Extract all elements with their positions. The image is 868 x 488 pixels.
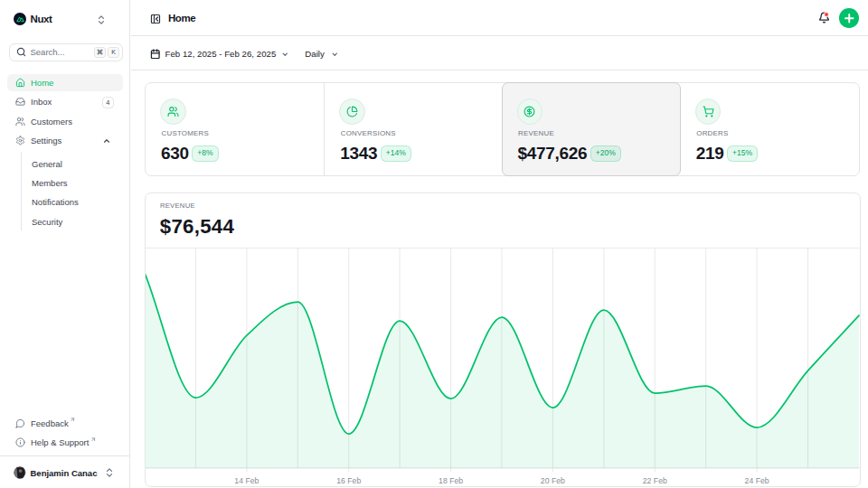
svg-text:18 Feb: 18 Feb	[439, 476, 463, 485]
svg-text:16 Feb: 16 Feb	[336, 476, 361, 485]
svg-text:22 Feb: 22 Feb	[643, 476, 667, 485]
svg-text:24 Feb: 24 Feb	[745, 476, 769, 485]
svg-text:14 Feb: 14 Feb	[234, 476, 259, 485]
svg-text:20 Feb: 20 Feb	[541, 476, 565, 485]
